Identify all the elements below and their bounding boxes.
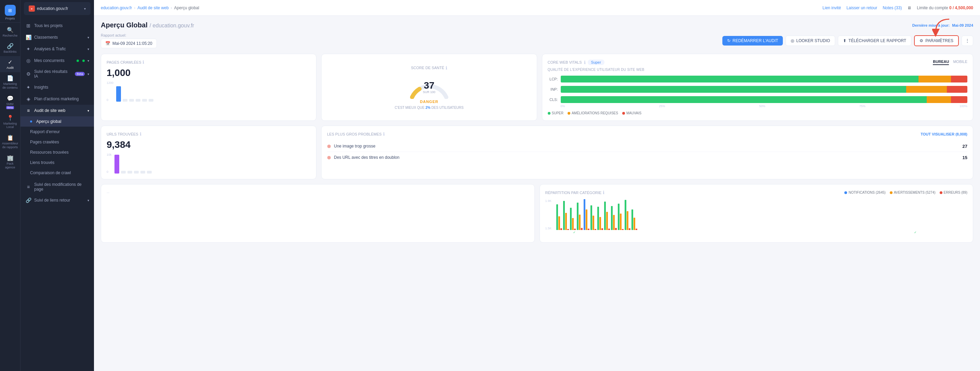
sidebar-label-suivi-retour: Suivi de liens retour (34, 198, 85, 203)
cwv-row-lcp: LCP: (548, 76, 968, 83)
y-min-urls: 0 (107, 170, 112, 174)
cwv-badge: Super (588, 59, 605, 65)
restart-audit-button[interactable]: ↻ REDÉMARRER L'AUDIT (722, 36, 783, 46)
search-nav[interactable]: 🔍 Recherche (0, 24, 20, 40)
gear-icon: ⚙ (920, 38, 923, 43)
cat-title: RÉPARTITION PAR CATÉGORIE ℹ (546, 190, 605, 195)
projects-icon-nav[interactable]: ⊞ Projets (0, 3, 20, 22)
problem-item-1: ⊗ Une image trop grosse 27 (327, 141, 967, 152)
cwv-title: CORE WEB VITALS (548, 60, 582, 64)
sidebar-item-suivi-modifs[interactable]: ≡ Suivi des modifications de page (21, 179, 94, 194)
sidebar-item-tous-projets[interactable]: ⊞ Tous les projets (21, 20, 94, 32)
urls-title: URLS TROUVÉES ℹ (107, 131, 310, 137)
bottom-left-placeholder: ... (101, 184, 535, 243)
sidebar-item-apercu[interactable]: Aperçu global (21, 116, 94, 126)
page-header: Aperçu Global / education.gouv.fr Derniè… (101, 21, 973, 29)
last-update: Dernière mise à jour: Mai-09 2024 (912, 23, 973, 27)
y-max-urls: 10k (107, 153, 112, 157)
bar-2 (123, 99, 127, 102)
download-report-button[interactable]: ⬆ TÉLÉCHARGER LE RAPPORT (838, 35, 911, 46)
gauge-status: DANGER (420, 99, 438, 104)
last-update-value: Mai-09 2024 (952, 23, 973, 27)
problems-title: LES PLUS GROS PROBLÈMES ℹ (327, 131, 385, 137)
sante-card: SCORE DE SANTÉ ℹ 37 SUR 100 DANGER (321, 54, 537, 121)
sidebar-item-suivi-ia[interactable]: ⚙ Suivi des résultats IA Beta ▾ (21, 66, 94, 82)
looker-studio-button[interactable]: ◎ LOOKER STUDIO (786, 35, 835, 46)
smm-nav[interactable]: 💬 SMMBeta (0, 93, 20, 112)
sidebar-item-classements[interactable]: 📊 Classements ▾ (21, 32, 94, 43)
page-title: Aperçu Global (101, 21, 148, 29)
breadcrumb-audit[interactable]: Audit de site web (137, 5, 169, 10)
rapport-date-value: Mai-09 2024 11:05:20 (113, 41, 153, 46)
sidebar-site-selector[interactable]: e education.gouv.fr ▾ (24, 2, 91, 15)
topbar-actions: Lien invité Laisser un retour Notes (33)… (822, 5, 973, 10)
info-icon-pages[interactable]: ℹ (143, 59, 144, 65)
breadcrumb-site[interactable]: education.gouv.fr (101, 5, 132, 10)
info-icon-cwv[interactable]: ℹ (584, 60, 585, 65)
sidebar-item-pages-crawlees[interactable]: Pages crawlées (21, 137, 94, 147)
dot-concurrents2 (82, 59, 85, 62)
site-icon: e (29, 5, 35, 12)
sidebar-label-apercu: Aperçu global (36, 119, 61, 124)
sidebar-label-classements: Classements (34, 35, 85, 40)
cwv-label-inp: INP: (548, 87, 558, 91)
bar-6 (149, 99, 153, 102)
grid-icon: ⊞ (25, 22, 32, 29)
sidebar-label-comparaison: Comparaison de crawl (30, 170, 71, 175)
sidebar-item-ressources[interactable]: Ressources trouvées (21, 147, 94, 157)
looker-icon: ◎ (791, 38, 794, 43)
cwv-row-cls: CLS: (548, 96, 968, 103)
urls-card: URLS TROUVÉES ℹ 9,384 10k 0 (101, 126, 317, 179)
marketing-contenu-nav-label: Marketingde contenu (2, 82, 18, 90)
invite-link[interactable]: Lien invité (822, 5, 841, 10)
tab-mobile[interactable]: MOBILE (953, 59, 967, 65)
report-bar: Rapport actuel: 📅 Mai-09 2024 11:05:20 ↻… (101, 33, 973, 48)
sidebar-label-concurrents: Mes concurrents (34, 58, 72, 63)
chevron-concurrents: ▾ (88, 59, 89, 62)
pack-nav-label: Packagence (5, 162, 15, 170)
marketing-contenu-nav[interactable]: 📄 Marketingde contenu (0, 72, 20, 93)
tab-bureau[interactable]: BUREAU (933, 59, 949, 65)
settings-button[interactable]: ⚙ PARAMÈTRES (914, 35, 959, 46)
leave-review-link[interactable]: Laisser un retour (846, 5, 877, 10)
rapport-date-button[interactable]: 📅 Mai-09 2024 11:05:20 (101, 39, 157, 48)
url-bar-5 (140, 171, 145, 174)
sidebar-item-liens[interactable]: Liens trouvés (21, 157, 94, 168)
gauge-percent: 2% (425, 106, 430, 110)
sidebar-label-pages-crawlees: Pages crawlées (30, 140, 59, 144)
sidebar-item-rapport-erreur[interactable]: Rapport d'erreur (21, 126, 94, 137)
sidebar-item-concurrents[interactable]: ◎ Mes concurrents ▾ (21, 55, 94, 66)
more-icon: ⋮ (965, 38, 969, 43)
y-min-pages: 0 (107, 98, 113, 102)
marketing-local-nav[interactable]: 📍 MarketingLocal (0, 112, 20, 132)
chevron-audit: ▾ (88, 109, 89, 113)
sidebar-item-comparaison[interactable]: Comparaison de crawl (21, 168, 94, 178)
gauge-score: 37 (423, 81, 436, 90)
insights-icon: ✦ (25, 84, 32, 90)
breadcrumb-sep2: › (171, 5, 172, 10)
backlinks-nav[interactable]: 🔗 Backlinks (0, 40, 20, 56)
cwv-card: CORE WEB VITALS ℹ Super BUREAU MOBILE QU… (542, 54, 974, 121)
info-icon-sante[interactable]: ℹ (445, 66, 447, 70)
view-all-link[interactable]: TOUT VISUALISER (8,008) (921, 132, 967, 136)
sidebar-item-suivi-retour[interactable]: 🔗 Suivi de liens retour ▾ (21, 194, 94, 206)
audit-nav[interactable]: ✓ Audit (0, 56, 20, 72)
notes-link[interactable]: Notes (33) (883, 5, 902, 10)
problem-item-2: ⊗ Des URL avec des titres en doublon 15 (327, 152, 967, 163)
info-icon-urls[interactable]: ℹ (140, 131, 142, 137)
topbar: education.gouv.fr › Audit de site web › … (94, 0, 980, 16)
pack-nav[interactable]: 🏢 Packagence (0, 152, 20, 172)
sidebar-label-liens: Liens trouvés (30, 160, 54, 165)
info-icon-problems[interactable]: ℹ (383, 131, 385, 137)
sidebar-item-plan[interactable]: ◈ Plan d'actions marketing (21, 93, 94, 105)
sidebar-item-analyses[interactable]: ✦ Analyses & Trafic ▾ (21, 43, 94, 55)
assembleur-nav[interactable]: 📋 Assembleurde rapports (0, 132, 20, 152)
info-icon-cat[interactable]: ℹ (603, 190, 605, 195)
account-limit-icon: 🖥 (907, 5, 911, 10)
plan-icon: ◈ (25, 96, 32, 102)
sidebar-label-rapport-erreur: Rapport d'erreur (30, 130, 60, 134)
sidebar-item-audit[interactable]: ≡ Audit de site web ▾ (21, 105, 94, 116)
more-button[interactable]: ⋮ (961, 35, 973, 46)
urls-value: 9,384 (107, 139, 310, 150)
sidebar-item-insights[interactable]: ✦ Insights (21, 82, 94, 93)
